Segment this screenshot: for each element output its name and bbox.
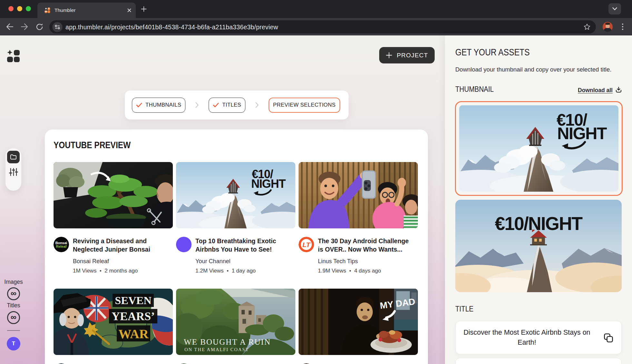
svg-text:ON THE AMALFI COAST: ON THE AMALFI COAST [184,347,249,352]
svg-text:WAR: WAR [118,327,149,341]
svg-text:NIGHT: NIGHT [251,177,286,190]
svg-text:LT: LT [302,241,311,248]
svg-text:WE BOUGHT A RUIN: WE BOUGHT A RUIN [184,338,271,346]
svg-text:SEVEN: SEVEN [115,294,152,306]
svg-text:Releaf: Releaf [56,244,66,248]
svg-text:€10/NIGHT: €10/NIGHT [495,213,583,234]
svg-text:YEARS’: YEARS’ [112,310,155,323]
svg-text:NIGHT: NIGHT [557,124,607,143]
